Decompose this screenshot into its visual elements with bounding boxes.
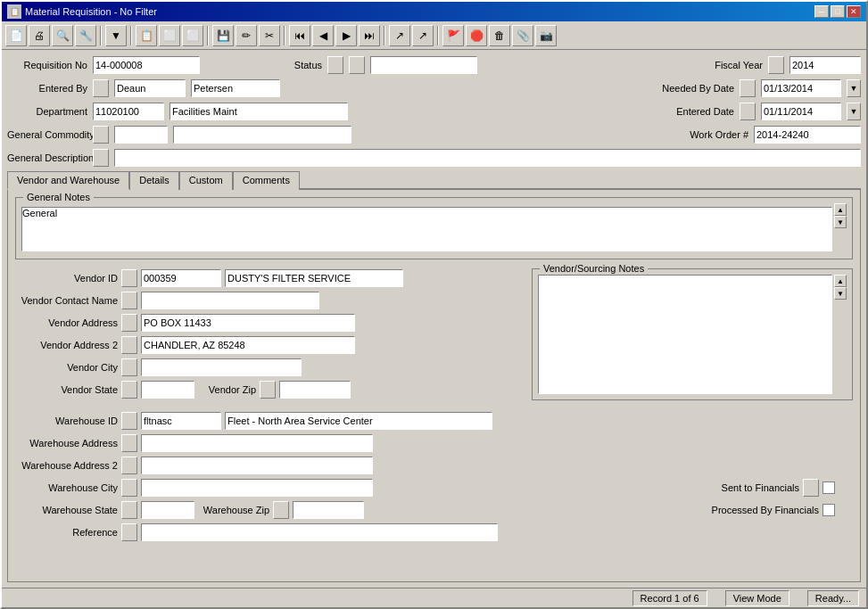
tab-details[interactable]: Details [129,171,179,190]
processed-by-financials-checkbox[interactable] [823,504,835,516]
warehouse-state-btn[interactable] [121,501,137,519]
vendor-id-btn[interactable] [121,269,137,287]
warehouse-address2-btn[interactable] [121,457,137,474]
cut-button[interactable]: ✂ [259,25,280,46]
status-btn1[interactable] [327,56,343,74]
app-icon: 📋 [7,4,21,19]
blank2-button[interactable]: ⬜ [182,25,203,46]
status-input[interactable] [370,56,477,74]
filter-button[interactable]: ▼ [105,25,127,46]
status-btn2[interactable] [349,56,365,74]
fiscal-year-btn[interactable] [768,56,784,74]
notes-scroll-down[interactable]: ▼ [834,216,847,228]
vendor-id-input[interactable] [141,269,221,287]
close-button[interactable]: ✕ [847,5,861,18]
prev-button[interactable]: ◀ [312,25,334,46]
stop-button[interactable]: 🛑 [466,25,487,46]
entered-date-btn[interactable] [740,103,756,120]
sourcing-scroll-up[interactable]: ▲ [834,275,847,287]
sourcing-notes-textarea[interactable] [538,275,832,394]
vendor-address2-btn[interactable] [121,336,137,354]
department-label: Department [7,106,87,117]
warehouse-city-btn[interactable] [121,479,137,497]
export2-button[interactable]: ↗ [412,25,434,46]
commodity-code-input[interactable] [114,126,168,144]
needed-by-date-input[interactable] [761,79,841,97]
vendor-zip-label: Vendor Zip [198,384,256,395]
sent-to-financials-btn[interactable] [803,479,819,497]
commodity-btn[interactable] [93,126,109,144]
warehouse-address2-input[interactable] [141,457,373,474]
needed-by-dropdown[interactable]: ▼ [847,79,861,97]
desc-btn[interactable] [93,149,109,167]
vendor-address-btn[interactable] [121,314,137,332]
warehouse-id-label: Warehouse ID [15,416,118,426]
department-code-input[interactable] [93,103,164,120]
main-window: 📋 Material Requisition - No Filter ─ □ ✕… [0,0,868,609]
entered-date-input[interactable] [761,103,841,120]
blank1-button[interactable]: ⬜ [159,25,180,46]
warehouse-state-label: Warehouse State [15,505,118,515]
sep2 [130,26,132,45]
warehouse-city-label: Warehouse City [15,482,118,493]
delete-button[interactable]: 🗑 [489,25,510,46]
warehouse-address-btn[interactable] [121,434,137,452]
vendor-state-btn[interactable] [121,381,137,399]
vendor-name-input[interactable] [225,269,403,287]
vendor-city-input[interactable] [141,358,302,376]
last-button[interactable]: ⏭ [359,25,380,46]
general-desc-input[interactable] [114,149,861,167]
requisition-no-input[interactable] [93,56,200,74]
general-notes-textarea[interactable]: General [21,207,832,251]
vendor-city-btn[interactable] [121,358,137,376]
export1-button[interactable]: ↗ [389,25,410,46]
warehouse-id-input[interactable] [141,412,221,430]
entered-date-dropdown[interactable]: ▼ [847,103,861,120]
warehouse-address-input[interactable] [141,434,373,452]
warehouse-id-btn[interactable] [121,412,137,430]
tab-custom[interactable]: Custom [179,171,233,190]
warehouse-state-input[interactable] [141,501,194,519]
vendor-address2-input[interactable] [141,336,355,354]
print-button[interactable]: 🖨 [29,25,50,46]
entered-by-btn[interactable] [93,79,109,97]
vendor-zip-btn[interactable] [260,381,276,399]
work-order-input[interactable] [754,126,861,144]
vendor-contact-input[interactable] [141,292,319,309]
minimize-button[interactable]: ─ [814,5,829,18]
vendor-state-input[interactable] [141,381,194,399]
needed-by-btn[interactable] [740,79,756,97]
department-name-input[interactable] [169,103,348,120]
warehouse-zip-btn[interactable] [273,501,289,519]
warehouse-id-name-input[interactable] [225,412,492,430]
view-button[interactable]: 📋 [136,25,157,46]
vendor-contact-btn[interactable] [121,292,137,309]
next-button[interactable]: ▶ [335,25,357,46]
tools-button[interactable]: 🔧 [75,25,96,46]
fiscal-year-input[interactable] [789,56,861,74]
entered-by-last-input[interactable] [191,79,280,97]
attach-button[interactable]: 📎 [512,25,533,46]
reference-input[interactable] [141,523,498,541]
edit-button[interactable]: ✏ [236,25,257,46]
sent-to-financials-checkbox[interactable] [823,481,835,494]
flag-button[interactable]: 🚩 [442,25,464,46]
tab-vendor-warehouse[interactable]: Vendor and Warehouse [7,171,129,190]
notes-scroll-up[interactable]: ▲ [834,203,847,216]
sourcing-notes-section: Vendor/Sourcing Notes ▲ ▼ [532,268,853,402]
warehouse-city-input[interactable] [141,479,373,497]
vendor-address-input[interactable] [141,314,355,332]
first-button[interactable]: ⏮ [289,25,310,46]
new-button[interactable]: 📄 [5,25,27,46]
save-button[interactable]: 💾 [212,25,234,46]
maximize-button[interactable]: □ [831,5,845,18]
sourcing-scroll-down[interactable]: ▼ [834,287,847,300]
entered-by-first-input[interactable] [114,79,186,97]
tab-comments[interactable]: Comments [233,171,300,190]
commodity-name-input[interactable] [173,126,351,144]
vendor-zip-input[interactable] [279,381,351,399]
search-button[interactable]: 🔍 [52,25,73,46]
reference-btn[interactable] [121,523,137,541]
warehouse-zip-input[interactable] [293,501,364,519]
camera-button[interactable]: 📷 [535,25,557,46]
